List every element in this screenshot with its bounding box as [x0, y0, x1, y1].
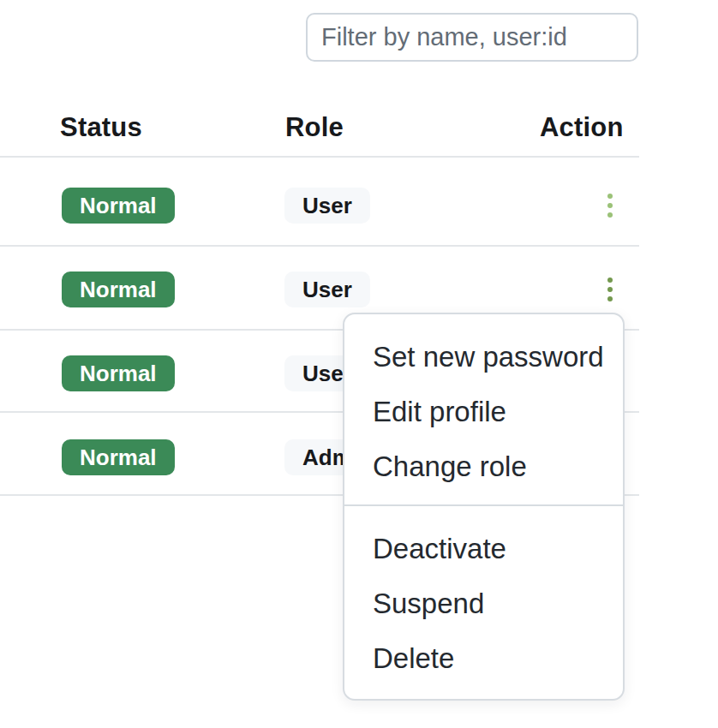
menu-group-account: Set new password Edit profile Change rol…	[344, 314, 623, 504]
kebab-dot	[607, 277, 613, 283]
kebab-dot	[607, 296, 613, 301]
menu-item-change-role[interactable]: Change role	[344, 439, 623, 494]
role-badge: User	[284, 188, 370, 224]
column-header-status: Status	[60, 112, 142, 143]
table-row: Normal User	[0, 164, 639, 247]
status-badge: Normal	[62, 272, 175, 307]
menu-item-set-new-password[interactable]: Set new password	[344, 330, 623, 385]
filter-input[interactable]	[306, 13, 638, 62]
row-actions-kebab-icon[interactable]	[597, 266, 623, 313]
header-divider	[0, 156, 639, 158]
menu-item-edit-profile[interactable]: Edit profile	[344, 385, 623, 439]
status-badge: Normal	[62, 439, 175, 475]
user-management-page: Status Role Action Normal User Normal Us…	[0, 0, 718, 728]
row-actions-context-menu: Set new password Edit profile Change rol…	[343, 313, 625, 701]
menu-item-deactivate[interactable]: Deactivate	[344, 522, 623, 576]
kebab-dot	[607, 203, 613, 208]
kebab-dot	[607, 212, 613, 218]
role-badge: User	[284, 272, 370, 307]
column-header-role: Role	[285, 112, 344, 143]
kebab-dot	[607, 194, 613, 199]
menu-item-delete[interactable]: Delete	[344, 631, 623, 686]
status-badge: Normal	[62, 355, 175, 391]
column-header-action: Action	[540, 112, 624, 143]
row-actions-kebab-icon[interactable]	[597, 182, 623, 230]
menu-group-danger: Deactivate Suspend Delete	[344, 504, 623, 698]
kebab-dot	[607, 287, 613, 292]
menu-item-suspend[interactable]: Suspend	[344, 576, 623, 631]
status-badge: Normal	[62, 188, 175, 224]
